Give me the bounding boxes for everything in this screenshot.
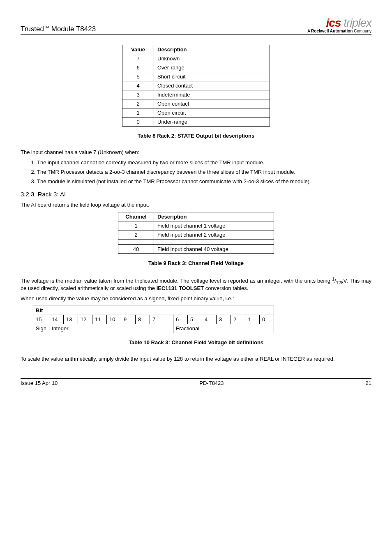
footer-right: 21: [366, 380, 371, 386]
para-direct-use: When used directly the value may be cons…: [21, 295, 371, 302]
t8-h2: Description: [154, 45, 270, 54]
unknown-conditions-list: The input channel cannot be correctly me…: [37, 159, 371, 184]
list-item: The module is simulated (not installed o…: [37, 178, 371, 184]
footer-mid: PD-T8423: [199, 380, 224, 386]
tagline: A Rockwell Automation Company: [307, 29, 371, 33]
table-8: ValueDescription 7Unknown 6Over-range 5S…: [122, 45, 270, 127]
table-10-bits: Bit 15 14 13 12 11 10 9 8 7 6 5 4 3 2 1 …: [33, 306, 274, 333]
list-item: The input channel cannot be correctly me…: [37, 159, 371, 166]
table-10-caption: Table 10 Rack 3: Channel Field Voltage b…: [21, 339, 371, 345]
table-8-caption: Table 8 Rack 2: STATE Output bit descrip…: [21, 133, 371, 139]
page-footer: Issue 15 Apr 10 PD-T8423 21: [21, 378, 371, 386]
para-unknown-intro: The input channel has a value 7 (Unknown…: [21, 149, 371, 155]
footer-left: Issue 15 Apr 10: [21, 380, 58, 386]
header-product: TrustedTM Module T8423: [21, 25, 96, 33]
logo-ics: ics: [326, 16, 341, 29]
t9-h1: Channel: [118, 212, 154, 221]
logo-triplex: triplex: [341, 16, 371, 29]
para-voltage-desc: The voltage is the median value taken fr…: [21, 276, 371, 291]
module-id: Module T8423: [49, 25, 96, 33]
para-scale: To scale the value arithmetically, simpl…: [21, 356, 371, 362]
list-item: The TMR Processor detects a 2-oo-3 chann…: [37, 169, 371, 175]
page-header: TrustedTM Module T8423 ics triplex A Roc…: [21, 16, 371, 35]
bit-title: Bit: [33, 306, 274, 315]
bit-group-row: Sign Integer Fractional: [33, 324, 274, 333]
t8-h1: Value: [122, 45, 154, 54]
t9-h2: Description: [154, 212, 274, 221]
para-ai-intro: The AI board returns the field loop volt…: [21, 202, 371, 208]
fractional-cell: Fractional: [173, 324, 274, 333]
header-logo-block: ics triplex A Rockwell Automation Compan…: [307, 16, 371, 33]
table-9-caption: Table 9 Rack 3: Channel Field Voltage: [21, 260, 371, 266]
bit-header-row: 15 14 13 12 11 10 9 8 7 6 5 4 3 2 1 0: [33, 315, 274, 324]
integer-cell: Integer: [49, 324, 173, 333]
sign-cell: Sign: [33, 324, 49, 333]
tm: TM: [44, 25, 49, 29]
section-heading: 3.2.3. Rack 3: AI: [21, 191, 371, 198]
logo: ics triplex: [307, 16, 371, 30]
table-9: ChannelDescription 1Field input channel …: [118, 212, 274, 254]
product-name: Trusted: [21, 25, 44, 33]
